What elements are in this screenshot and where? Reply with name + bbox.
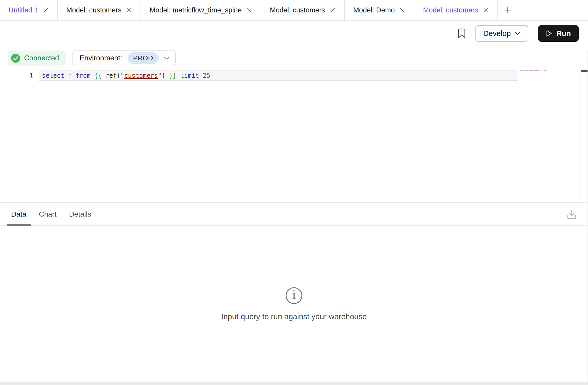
results-tab-label: Data [11, 210, 26, 218]
editor-tab[interactable]: Model: Demo [345, 0, 415, 20]
download-results-button[interactable] [566, 208, 578, 221]
editor-minimap[interactable]: select * from {{ ref("customers") }} lim… [520, 70, 549, 71]
toolbar: Develop Run [0, 21, 588, 46]
editor-tab[interactable]: Model: metricflow_time_spine [141, 0, 261, 20]
editor-tab-bar: Untitled 1Model: customersModel: metricf… [0, 0, 588, 21]
results-tab-label: Chart [39, 210, 56, 218]
results-panel: DataChartDetails i Input query to run ag… [0, 202, 588, 385]
info-icon: i [286, 287, 302, 304]
chevron-down-icon [515, 32, 520, 35]
close-icon[interactable] [330, 7, 336, 13]
editor-tab[interactable]: Model: customers [414, 0, 498, 20]
run-button[interactable]: Run [538, 25, 579, 42]
tab-label: Model: customers [270, 6, 325, 14]
editor-scrollbar-track [580, 69, 588, 201]
code-line[interactable]: select * from {{ ref("customers") }} lim… [42, 72, 210, 79]
results-tab-data[interactable]: Data [7, 203, 31, 225]
develop-dropdown-button[interactable]: Develop [475, 25, 528, 42]
environment-selector[interactable]: Environment: PROD [72, 50, 175, 66]
connection-status-label: Connected [24, 54, 59, 62]
develop-label: Develop [483, 29, 511, 38]
tab-label: Model: customers [423, 6, 478, 14]
close-icon[interactable] [399, 7, 405, 13]
results-tab-details[interactable]: Details [65, 203, 96, 225]
tab-label: Model: Demo [353, 6, 395, 14]
results-tab-label: Details [69, 210, 91, 218]
check-circle-icon [11, 54, 20, 63]
close-icon[interactable] [246, 7, 252, 13]
line-number: 1 [0, 70, 33, 80]
environment-value-chip: PROD [128, 52, 158, 64]
tab-label: Model: customers [66, 6, 121, 14]
play-icon [546, 30, 552, 37]
connection-status-badge: Connected [8, 51, 66, 66]
close-icon[interactable] [43, 7, 49, 13]
window-scrollbar-track [587, 50, 587, 382]
current-line-highlight[interactable]: select * from {{ ref("customers") }} lim… [39, 70, 518, 81]
editor-tab[interactable]: Model: customers [58, 0, 141, 20]
run-label: Run [556, 29, 571, 38]
editor-scrollbar-thumb[interactable] [581, 70, 588, 72]
empty-state-message: Input query to run against your warehous… [221, 312, 367, 321]
dbt-ide-window: Untitled 1Model: customersModel: metricf… [0, 0, 588, 385]
results-tab-chart[interactable]: Chart [34, 203, 61, 225]
chevron-down-icon [164, 57, 169, 60]
editor-tab[interactable]: Untitled 1 [0, 0, 58, 20]
tab-label: Model: metricflow_time_spine [150, 6, 242, 14]
tab-label: Untitled 1 [9, 6, 38, 14]
bookmark-icon[interactable] [458, 28, 466, 39]
editor-tab[interactable]: Model: customers [261, 0, 345, 20]
status-row: Connected Environment: PROD [8, 51, 588, 66]
close-icon[interactable] [483, 7, 489, 13]
results-tab-bar: DataChartDetails [0, 203, 588, 226]
download-icon [566, 208, 578, 220]
plus-icon [504, 6, 512, 14]
close-icon[interactable] [126, 7, 132, 13]
sql-editor[interactable]: 1 select * from {{ ref("customers") }} l… [0, 66, 588, 201]
add-tab-button[interactable] [498, 0, 518, 20]
environment-label: Environment: [79, 54, 122, 62]
horizontal-scrollbar-track [0, 382, 588, 385]
empty-state: i Input query to run against your wareho… [0, 226, 588, 382]
